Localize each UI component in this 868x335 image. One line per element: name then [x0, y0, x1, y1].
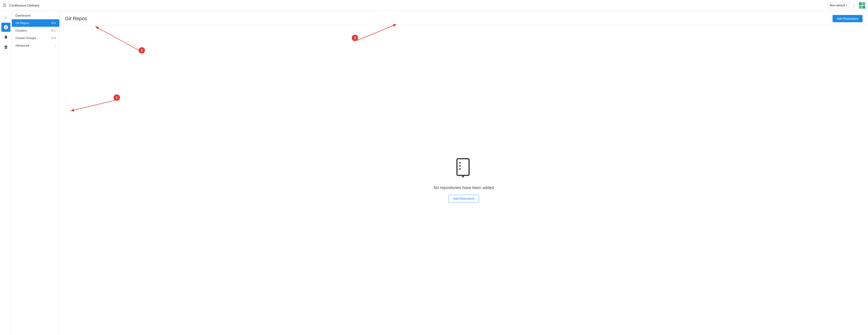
logo-teal-2	[862, 6, 865, 9]
cluster-groups-badge: ⊟ 0	[51, 37, 56, 40]
add-repository-button-center[interactable]: Add Repository	[448, 195, 479, 202]
sidebar-item-clusters[interactable]: Clusters ⊟ 1	[12, 27, 59, 34]
logo-teal-1	[859, 2, 862, 5]
logo-green-1	[862, 2, 865, 5]
select-chevron-icon: ▾	[846, 4, 847, 7]
namespace-selector[interactable]: fleet-default ▾	[828, 2, 849, 8]
sidebar-cluster-groups-label: Cluster Groups	[16, 36, 36, 40]
more-options-icon[interactable]: ⋮	[851, 2, 857, 9]
clusters-badge: ⊟ 1	[51, 29, 56, 32]
sidebar-advanced-label: Advanced	[16, 44, 29, 47]
git-repos-count: 0	[54, 22, 56, 25]
empty-state: No repositories have been added Add Repo…	[60, 25, 868, 335]
advanced-chevron-icon: ›	[55, 44, 56, 47]
empty-message: No repositories have been added	[434, 186, 494, 190]
add-repository-button-top[interactable]: Add Repository	[833, 15, 863, 22]
content-header: Git Repos Add Repository	[60, 11, 868, 25]
sidebar-item-advanced[interactable]: Advanced ›	[12, 42, 59, 49]
svg-rect-0	[457, 159, 469, 175]
sidebar-item-dashboard[interactable]: Dashboard	[12, 12, 59, 19]
empty-repo-icon	[455, 158, 473, 181]
sidebar-dashboard-label: Dashboard	[16, 14, 30, 17]
cg-badge-icon: ⊟	[51, 37, 53, 39]
sidebar: Dashboard Git Repos ⊟ 0 Clusters ⊟ 1 Clu…	[12, 11, 60, 335]
nav-alerts[interactable]	[1, 33, 10, 42]
cluster-groups-count: 0	[54, 37, 56, 40]
cluster-badge-icon: ⊟	[51, 29, 53, 32]
sidebar-clusters-label: Clusters	[16, 29, 27, 32]
clusters-count: 1	[54, 29, 56, 32]
nav-cd[interactable]	[1, 23, 10, 32]
sidebar-git-repos-label: Git Repos	[16, 21, 29, 25]
nav-home[interactable]: ⌂	[1, 13, 10, 22]
main-content: Git Repos Add Repository No repositories…	[60, 11, 868, 335]
hamburger-icon[interactable]: ☰	[3, 3, 6, 8]
main-layout: ⌂ Dashboard Git Repos	[0, 11, 868, 335]
namespace-select[interactable]: fleet-default	[830, 4, 845, 7]
topbar-right: fleet-default ▾ ⋮	[828, 2, 865, 9]
git-repos-badge: ⊟ 0	[51, 22, 56, 25]
badge-icon: ⊟	[51, 22, 53, 25]
app-title: Continuous Delivery	[9, 3, 828, 7]
app-logo	[859, 2, 865, 9]
sidebar-item-git-repos[interactable]: Git Repos ⊟ 0	[12, 19, 59, 27]
sidebar-item-cluster-groups[interactable]: Cluster Groups ⊟ 0	[12, 34, 59, 42]
logo-green-2	[859, 6, 862, 9]
page-title: Git Repos	[65, 16, 87, 22]
topbar: ☰ Continuous Delivery fleet-default ▾ ⋮	[0, 0, 868, 11]
icon-rail: ⌂	[0, 11, 12, 335]
nav-layers[interactable]	[1, 43, 10, 52]
